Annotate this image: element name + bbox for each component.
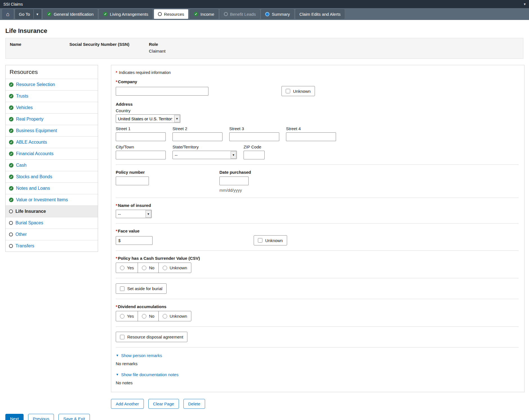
- dividend-option-yes[interactable]: Yes: [116, 311, 138, 321]
- dividend-option-no[interactable]: No: [138, 311, 158, 321]
- face-value-unknown-checkbox-input[interactable]: [258, 238, 262, 243]
- tab-summary[interactable]: Summary: [261, 9, 294, 19]
- main-nav: ⌂ Go To ▾ ✓ General Identification ✓ Liv…: [0, 8, 529, 20]
- required-asterisk: *: [116, 256, 117, 261]
- tab-claim-edits-and-alerts[interactable]: Claim Edits and Alerts: [296, 9, 345, 19]
- face-value-input[interactable]: [122, 237, 150, 244]
- street3-input[interactable]: [229, 132, 279, 141]
- state-field: State/Territory -- ▾: [172, 144, 237, 159]
- company-unknown-checkbox-input[interactable]: [286, 89, 290, 93]
- tab-income[interactable]: ✓ Income: [190, 9, 218, 19]
- checkbox-label: Unknown: [265, 238, 283, 243]
- complete-check-icon: ✓: [9, 117, 13, 121]
- dividend-option-unknown[interactable]: Unknown: [158, 311, 191, 321]
- add-another-button[interactable]: Add Another: [111, 399, 144, 409]
- tab-living-arrangements[interactable]: ✓ Living Arrangements: [99, 9, 152, 19]
- set-aside-for-burial-checkbox-input[interactable]: [120, 286, 124, 291]
- tab-benefit-leads[interactable]: Benefit Leads: [220, 9, 260, 19]
- sidebar-item-able-accounts[interactable]: ✓ ABLE Accounts: [6, 136, 98, 148]
- sidebar-item-label: Stocks and Bonds: [16, 174, 52, 179]
- dividend-radio-no[interactable]: [142, 314, 146, 319]
- todo-circle-icon: [224, 12, 228, 16]
- csv-option-unknown[interactable]: Unknown: [158, 263, 191, 273]
- sidebar-item-other[interactable]: Other: [6, 229, 98, 240]
- set-aside-for-burial-checkbox[interactable]: Set aside for burial: [116, 283, 167, 294]
- dividend-radio-unknown[interactable]: [163, 314, 167, 319]
- street4-input[interactable]: [286, 132, 336, 141]
- home-button[interactable]: ⌂: [2, 9, 13, 19]
- current-circle-icon: [9, 209, 13, 213]
- face-value-unknown-checkbox[interactable]: Unknown: [254, 235, 287, 245]
- radio-option-label: No: [149, 265, 154, 270]
- footer-actions: Next Previous Save & Exit: [5, 414, 525, 420]
- sidebar-item-financial-accounts[interactable]: ✓ Financial Accounts: [6, 148, 98, 159]
- sidebar-item-real-property[interactable]: ✓ Real Property: [6, 113, 98, 125]
- sidebar-item-resource-selection[interactable]: ✓ Resource Selection: [6, 79, 98, 90]
- street3-label: Street 3: [229, 126, 279, 131]
- show-file-documentation-notes-toggle[interactable]: ▼ Show file documentation notes: [116, 372, 178, 377]
- sidebar-item-label: Life Insurance: [15, 209, 46, 214]
- csv-radio-unknown[interactable]: [163, 266, 167, 270]
- insured-select-input[interactable]: --: [116, 210, 152, 218]
- insured-select[interactable]: -- ▾: [116, 210, 152, 218]
- company-unknown-checkbox[interactable]: Unknown: [281, 86, 315, 96]
- delete-button[interactable]: Delete: [183, 399, 205, 409]
- sidebar-item-business-equipment[interactable]: ✓ Business Equipment: [6, 125, 98, 136]
- state-select[interactable]: -- ▾: [172, 151, 237, 159]
- name-label: Name: [10, 42, 69, 47]
- sidebar-item-life-insurance[interactable]: Life Insurance: [6, 206, 98, 217]
- required-asterisk: *: [116, 304, 117, 309]
- sidebar-item-label: Trusts: [16, 94, 28, 99]
- street1-input[interactable]: [116, 132, 166, 141]
- date-purchased-field: Date purchased mm/dd/yyyy: [219, 170, 251, 193]
- sidebar-item-burial-spaces[interactable]: Burial Spaces: [6, 217, 98, 229]
- previous-button[interactable]: Previous: [28, 414, 54, 420]
- country-select[interactable]: United States or U.S. Territory ▾: [116, 114, 180, 123]
- country-select-input[interactable]: United States or U.S. Territory: [116, 114, 180, 123]
- street1-field: Street 1: [116, 126, 166, 141]
- state-select-input[interactable]: --: [172, 151, 237, 159]
- show-person-remarks-toggle[interactable]: ▼ Show person remarks: [116, 353, 162, 358]
- next-button[interactable]: Next: [5, 414, 24, 420]
- divider: [116, 278, 519, 278]
- complete-check-icon: ✓: [9, 152, 13, 156]
- sidebar-item-cash[interactable]: ✓ Cash: [6, 159, 98, 171]
- sidebar-item-notes-and-loans[interactable]: ✓ Notes and Loans: [6, 182, 98, 194]
- sidebar-item-trusts[interactable]: ✓ Trusts: [6, 90, 98, 102]
- csv-option-no[interactable]: No: [138, 263, 158, 273]
- resource-disposal-agreement-checkbox[interactable]: Resource disposal agreement: [116, 332, 187, 342]
- csv-radio-yes[interactable]: [120, 266, 124, 270]
- sidebar-item-transfers[interactable]: Transfers: [6, 240, 98, 252]
- sidebar-item-label: Value or Investment Items: [16, 197, 68, 202]
- street2-input[interactable]: [172, 132, 223, 141]
- tab-resources[interactable]: Resources: [154, 9, 188, 19]
- tab-label: Benefit Leads: [230, 12, 256, 17]
- sidebar-item-value-or-investment-items[interactable]: ✓ Value or Investment Items: [6, 194, 98, 206]
- go-to-dropdown[interactable]: Go To ▾: [15, 9, 41, 19]
- country-label: Country: [116, 108, 519, 113]
- company-input[interactable]: [116, 87, 208, 96]
- dividend-radio-group: Yes No Unknown: [116, 311, 191, 321]
- csv-radio-no[interactable]: [142, 266, 146, 270]
- complete-check-icon: ✓: [9, 94, 13, 98]
- resources-sidebar: Resources ✓ Resource Selection ✓ Trusts …: [5, 65, 98, 252]
- sidebar-item-stocks-and-bonds[interactable]: ✓ Stocks and Bonds: [6, 171, 98, 182]
- dividend-radio-yes[interactable]: [120, 314, 124, 319]
- save-and-exit-button[interactable]: Save & Exit: [58, 414, 90, 420]
- complete-check-icon: ✓: [9, 128, 13, 133]
- clear-page-button[interactable]: Clear Page: [148, 399, 179, 409]
- tab-general-identification[interactable]: ✓ General Identification: [43, 9, 97, 19]
- csv-option-yes[interactable]: Yes: [116, 263, 138, 273]
- zip-input[interactable]: [244, 151, 265, 159]
- sidebar-item-vehicles[interactable]: ✓ Vehicles: [6, 102, 98, 113]
- date-purchased-input[interactable]: [219, 177, 249, 185]
- sidebar-item-label: Business Equipment: [16, 128, 57, 133]
- resource-disposal-agreement-checkbox-input[interactable]: [120, 335, 124, 339]
- policy-number-input[interactable]: [116, 177, 149, 185]
- divider: [116, 250, 519, 251]
- chevron-down-icon[interactable]: ▾: [524, 2, 526, 6]
- city-input[interactable]: [116, 151, 166, 159]
- complete-check-icon: ✓: [47, 12, 51, 16]
- street2-field: Street 2: [172, 126, 223, 141]
- radio-option-label: No: [149, 314, 154, 319]
